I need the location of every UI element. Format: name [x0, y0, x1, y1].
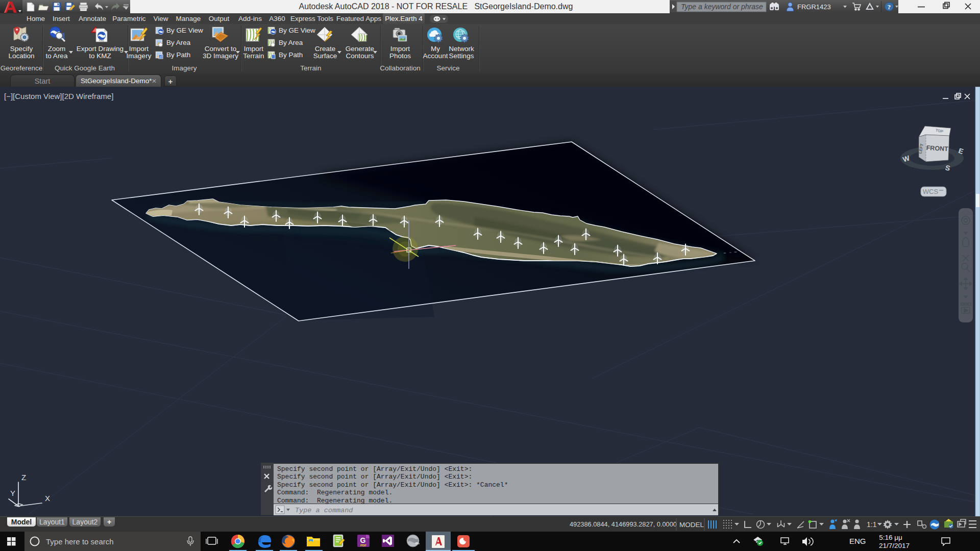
svg-text:Location: Location [8, 52, 34, 60]
svg-text:Terrain: Terrain [243, 52, 264, 60]
svg-text:FRGR1423: FRGR1423 [797, 3, 831, 11]
svg-text:Imagery: Imagery [127, 52, 152, 60]
svg-text:ENG: ENG [849, 537, 866, 545]
svg-text:Surface: Surface [313, 52, 337, 60]
svg-text:Georeference: Georeference [1, 64, 43, 72]
svg-text:By Path: By Path [166, 51, 190, 59]
svg-text:My: My [431, 45, 440, 53]
svg-text:By Path: By Path [279, 51, 303, 59]
svg-text:By Area: By Area [279, 39, 303, 46]
svg-text:Pro: Pro [415, 542, 420, 545]
svg-text:Import: Import [244, 45, 264, 53]
svg-text:Contours: Contours [346, 52, 374, 60]
svg-text:By GE View: By GE View [279, 27, 315, 34]
svg-text:Imagery: Imagery [172, 64, 197, 72]
svg-text:Type a command: Type a command [295, 507, 353, 514]
svg-text:Generate: Generate [346, 45, 374, 53]
svg-text:Service: Service [436, 64, 459, 72]
svg-text:Terrain: Terrain [300, 64, 321, 72]
svg-text:Collaboration: Collaboration [380, 64, 421, 72]
svg-text:21/7/2017: 21/7/2017 [879, 542, 910, 549]
svg-text:Network: Network [449, 45, 474, 53]
svg-text:Type a keyword or phrase: Type a keyword or phrase [681, 3, 763, 11]
svg-text:PDF: PDF [360, 544, 366, 547]
svg-text:X: X [45, 494, 50, 503]
svg-text:Convert to: Convert to [205, 45, 236, 53]
svg-text:Z: Z [21, 473, 26, 482]
svg-text:FRONT: FRONT [926, 144, 948, 153]
svg-text:Export Drawing: Export Drawing [77, 45, 124, 53]
svg-text:Create: Create [315, 45, 336, 53]
svg-text:Specify: Specify [10, 45, 33, 53]
svg-text:5:16 μμ: 5:16 μμ [879, 534, 902, 541]
svg-text:WCS: WCS [923, 188, 939, 195]
svg-text:Quick Google Earth: Quick Google Earth [55, 64, 115, 72]
svg-text:[−][Custom View][2D Wireframe]: [−][Custom View][2D Wireframe] [4, 92, 113, 101]
svg-text:to KMZ: to KMZ [89, 52, 111, 60]
svg-text:By Area: By Area [166, 39, 191, 46]
svg-text:1:1: 1:1 [867, 520, 877, 529]
svg-text:Account: Account [423, 52, 448, 60]
svg-text:KMZ: KMZ [99, 39, 104, 42]
svg-text:By GE View: By GE View [166, 27, 203, 34]
svg-text:3D Imagery: 3D Imagery [203, 52, 238, 60]
svg-text:Photos: Photos [389, 52, 411, 60]
svg-text:MODEL: MODEL [679, 521, 704, 529]
svg-text:Import: Import [390, 45, 410, 53]
svg-text:Type here to search: Type here to search [46, 537, 114, 546]
svg-text:Y: Y [10, 489, 15, 497]
svg-text:Zoom: Zoom [48, 45, 66, 53]
svg-text:Import: Import [129, 45, 149, 53]
svg-text:to Area: to Area [46, 52, 68, 60]
svg-text:?: ? [888, 3, 891, 11]
svg-text:492386.0844, 4146993.2827, 0.0: 492386.0844, 4146993.2827, 0.0000 [570, 520, 677, 528]
svg-text:Settings: Settings [449, 52, 474, 60]
